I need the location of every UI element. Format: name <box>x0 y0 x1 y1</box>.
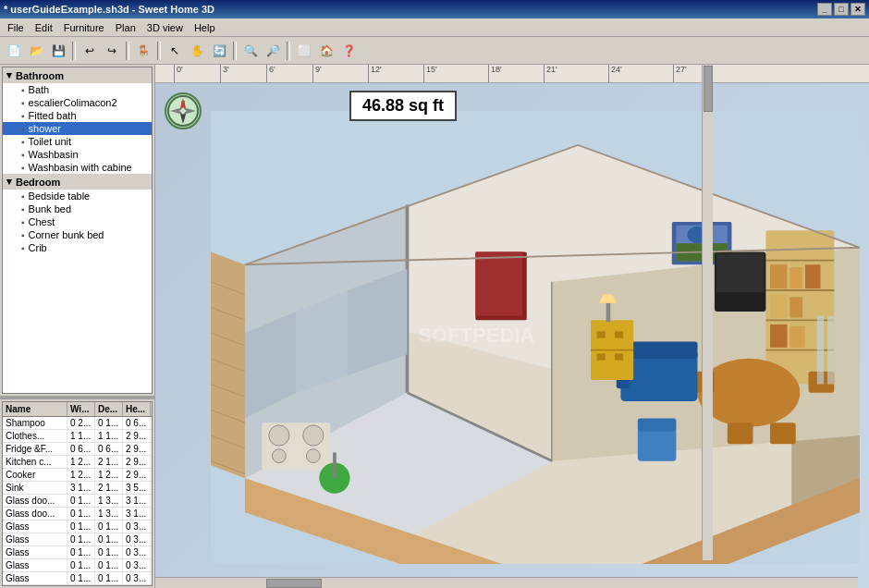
cursor-button[interactable]: ↖ <box>165 41 185 61</box>
col-header-depth: De... <box>95 402 123 416</box>
table-row[interactable]: Glass doo...0 1...1 3...3 1... <box>3 495 152 508</box>
table-row[interactable]: Clothes...1 1...1 1...2 9... <box>3 430 152 443</box>
window-controls: _ □ ✕ <box>817 3 865 16</box>
menu-3dview[interactable]: 3D view <box>141 20 189 35</box>
toolbar-separator-5 <box>287 42 290 60</box>
svg-rect-50 <box>638 419 677 432</box>
menu-furniture[interactable]: Furniture <box>58 20 110 35</box>
close-button[interactable]: ✕ <box>851 3 865 16</box>
right-area: 0' 3' 6' 9' 12' 15' 18' 21' 24' 27' N <box>155 65 869 588</box>
tree-item-bedside-label: Bedside table <box>29 190 91 202</box>
category-bedroom-label: Bedroom <box>16 177 60 188</box>
table-row[interactable]: Glass0 1...0 1...0 3... <box>3 533 152 546</box>
menu-edit[interactable]: Edit <box>30 20 58 35</box>
toolbar: 📄 📂 💾 ↩ ↪ 🪑 ↖ ✋ 🔄 🔍 🔎 ⬜ 🏠 ❓ <box>0 37 869 65</box>
tree-item-escalier[interactable]: ▪ escalierColimacon2 <box>3 96 152 109</box>
tree-item-chest-label: Chest <box>29 216 55 227</box>
table-row[interactable]: Sink3 1...2 1...3 5... <box>3 482 152 495</box>
vertical-scrollbar[interactable] <box>702 65 713 560</box>
table-row[interactable]: Shampoo0 2...0 1...0 6... <box>3 417 152 430</box>
tree-item-washbasin-cabinet-label: Washbasin with cabine <box>29 162 132 173</box>
tree-item-bath[interactable]: ▪ Bath <box>3 83 152 96</box>
rotate-button[interactable]: 🔄 <box>209 41 229 61</box>
maximize-button[interactable]: □ <box>834 3 849 16</box>
ruler-mark-6: 6' <box>266 65 275 82</box>
pan-button[interactable]: ✋ <box>187 41 207 61</box>
toolbar-separator-3 <box>157 42 161 60</box>
tree-item-fitted-bath[interactable]: ▪ Fitted bath <box>3 109 152 122</box>
tree-item-corner-bunk-label: Corner bunk bed <box>29 229 104 240</box>
scroll-thumb-v[interactable] <box>704 66 713 112</box>
tree-item-bedside[interactable]: ▪ Bedside table <box>3 190 152 202</box>
table-row[interactable]: Glass0 1...0 1...0 3... <box>3 521 152 533</box>
tree-item-bunkbed-label: Bunk bed <box>29 203 71 214</box>
tree-item-washbasin[interactable]: ▪ Washbasin <box>3 148 152 161</box>
3d-view-button[interactable]: 🏠 <box>316 41 337 61</box>
menu-file[interactable]: File <box>2 20 30 35</box>
tree-item-crib[interactable]: ▪ Crib <box>3 241 152 254</box>
help-button[interactable]: ❓ <box>338 41 359 61</box>
menu-plan[interactable]: Plan <box>110 20 141 35</box>
scroll-thumb-h[interactable] <box>266 579 322 588</box>
horizontal-scrollbar[interactable] <box>155 577 858 588</box>
svg-rect-55 <box>597 353 606 360</box>
bedside-icon: ▪ <box>21 191 25 202</box>
tree-item-chest[interactable]: ▪ Chest <box>3 215 152 228</box>
furniture-table[interactable]: Name Wi... De... He... Shampoo0 2...0 1.… <box>2 401 153 586</box>
top-view-button[interactable]: ⬜ <box>294 41 314 61</box>
category-bathroom[interactable]: ▾ Bathroom <box>3 67 152 83</box>
svg-point-61 <box>303 425 324 446</box>
svg-rect-28 <box>770 264 787 288</box>
svg-rect-65 <box>333 452 337 478</box>
open-button[interactable]: 📂 <box>26 41 46 61</box>
table-row[interactable]: Plate0 7...0 7...0 0... <box>3 585 152 586</box>
svg-rect-45 <box>770 423 796 444</box>
title-bar: * userGuideExample.sh3d - Sweet Home 3D … <box>0 0 869 18</box>
furniture-tree[interactable]: ▾ Bathroom ▪ Bath ▪ escalierColimacon2 ▪… <box>2 67 153 394</box>
window-title: * userGuideExample.sh3d - Sweet Home 3D <box>4 4 214 15</box>
tree-item-toilet-label: Toilet unit <box>29 136 71 147</box>
svg-text:N: N <box>181 100 185 105</box>
tree-item-corner-bunk[interactable]: ▪ Corner bunk bed <box>3 228 152 241</box>
table-row[interactable]: Kitchen c...1 2...2 1...2 9... <box>3 456 152 469</box>
tree-item-shower-label: shower <box>29 123 61 134</box>
compass: N <box>165 92 202 129</box>
menu-help[interactable]: Help <box>189 20 221 35</box>
table-row[interactable]: Glass0 1...0 1...0 3... <box>3 546 152 559</box>
ruler-mark-9: 9' <box>312 65 322 82</box>
redo-button[interactable]: ↪ <box>102 41 122 61</box>
fitted-bath-icon: ▪ <box>21 111 25 121</box>
tree-item-washbasin-cabinet[interactable]: ▪ Washbasin with cabine <box>3 161 152 174</box>
svg-point-62 <box>273 449 287 463</box>
ruler-mark-15: 15' <box>423 65 437 82</box>
table-row[interactable]: Glass0 1...0 1...0 3... <box>3 559 152 572</box>
tree-item-bunkbed[interactable]: ▪ Bunk bed <box>3 202 152 215</box>
panel-splitter[interactable] <box>0 396 154 399</box>
tree-item-toilet[interactable]: ▪ Toilet unit <box>3 135 152 148</box>
tree-item-shower[interactable]: ▪ shower <box>3 122 152 135</box>
new-button[interactable]: 📄 <box>4 41 24 61</box>
zoom-in-button[interactable]: 🔍 <box>240 41 261 61</box>
minimize-button[interactable]: _ <box>817 3 832 16</box>
zoom-out-button[interactable]: 🔎 <box>263 41 283 61</box>
svg-rect-53 <box>597 331 606 337</box>
table-row[interactable]: Fridge &F...0 6...0 6...2 9... <box>3 443 152 456</box>
save-button[interactable]: 💾 <box>48 41 68 61</box>
table-row[interactable]: Glass doo...0 1...1 3...3 1... <box>3 508 152 521</box>
house-3d-view <box>211 111 860 564</box>
measurement-box: 46.88 sq ft <box>349 91 457 121</box>
floorplan-area[interactable]: N 46.88 sq ft SOFTPEDIA <box>155 83 869 588</box>
svg-rect-34 <box>789 326 805 348</box>
category-bedroom[interactable]: ▾ Bedroom <box>3 174 152 190</box>
undo-button[interactable]: ↩ <box>80 41 100 61</box>
table-row[interactable]: Glass0 1...0 1...0 3... <box>3 572 152 585</box>
ruler-mark-12: 12' <box>368 65 382 82</box>
table-row[interactable]: Cooker1 2...1 2...2 9... <box>3 469 152 482</box>
svg-rect-67 <box>827 316 834 385</box>
measurement-value: 46.88 sq ft <box>362 96 444 115</box>
svg-rect-49 <box>638 427 677 461</box>
toilet-icon: ▪ <box>21 137 25 147</box>
ruler-top: 0' 3' 6' 9' 12' 15' 18' 21' 24' 27' <box>155 65 869 83</box>
add-furniture-button[interactable]: 🪑 <box>133 41 153 61</box>
table-header: Name Wi... De... He... <box>3 402 152 417</box>
